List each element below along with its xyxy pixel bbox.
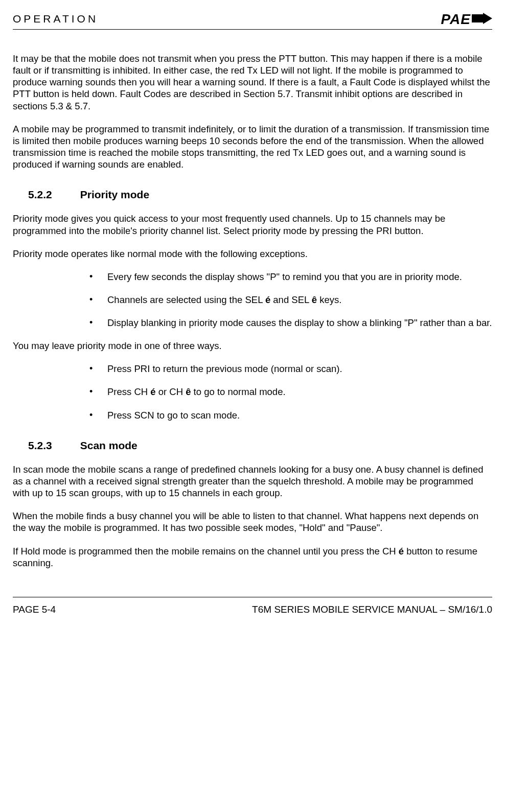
- list-text: and SEL: [270, 294, 312, 305]
- list-text: Channels are selected using the SEL: [107, 294, 265, 305]
- footer-page-number: PAGE 5-4: [13, 604, 56, 616]
- down-arrow-icon: ê: [312, 294, 317, 305]
- list-item: Press PRI to return the previous mode (n…: [89, 363, 492, 375]
- section-title: Scan mode: [80, 439, 137, 451]
- header-title: OPERATION: [13, 12, 98, 26]
- list-text: Press SCN to go to scan mode.: [107, 410, 240, 421]
- up-arrow-icon: é: [265, 294, 270, 305]
- up-arrow-icon: é: [150, 386, 155, 397]
- section-number: 5.2.2: [28, 188, 52, 201]
- body-paragraph: It may be that the mobile does not trans…: [13, 53, 492, 112]
- list-text: Every few seconds the display shows "P" …: [107, 271, 462, 282]
- body-paragraph: In scan mode the mobile scans a range of…: [13, 463, 492, 499]
- logo-arrow-icon: [472, 10, 492, 28]
- list-item: Press CH é or CH ê to go to normal mode.: [89, 386, 492, 398]
- list-text: Press PRI to return the previous mode (n…: [107, 363, 342, 374]
- page-header: OPERATION PAE: [13, 10, 492, 30]
- body-paragraph: If Hold mode is programmed then the mobi…: [13, 545, 492, 569]
- logo: PAE: [441, 10, 493, 28]
- body-paragraph: When the mobile finds a busy channel you…: [13, 510, 492, 533]
- logo-text: PAE: [441, 10, 471, 28]
- list-item: Display blanking in priority mode causes…: [89, 317, 492, 329]
- list-text: to go to normal mode.: [191, 386, 285, 397]
- list-text: keys.: [317, 294, 341, 305]
- body-paragraph: You may leave priority mode in one of th…: [13, 340, 492, 352]
- section-title: Priority mode: [80, 189, 149, 200]
- section-number: 5.2.3: [28, 439, 52, 452]
- page-footer: PAGE 5-4 T6M SERIES MOBILE SERVICE MANUA…: [13, 597, 492, 616]
- body-paragraph: Priority mode operates like normal mode …: [13, 248, 492, 260]
- section-heading-522: 5.2.2Priority mode: [13, 188, 492, 201]
- list-text: or CH: [156, 386, 186, 397]
- down-arrow-icon: ê: [186, 386, 191, 397]
- list-text: Press CH: [107, 386, 150, 397]
- footer-manual-id: T6M SERIES MOBILE SERVICE MANUAL – SM/16…: [252, 604, 492, 616]
- list-text: Display blanking in priority mode causes…: [107, 317, 492, 328]
- bullet-list: Every few seconds the display shows "P" …: [89, 271, 492, 329]
- list-item: Press SCN to go to scan mode.: [89, 409, 492, 421]
- body-paragraph: Priority mode gives you quick access to …: [13, 213, 492, 236]
- up-arrow-icon: é: [399, 546, 404, 556]
- list-item: Every few seconds the display shows "P" …: [89, 271, 492, 283]
- bullet-list: Press PRI to return the previous mode (n…: [89, 363, 492, 421]
- list-item: Channels are selected using the SEL é an…: [89, 294, 492, 306]
- section-heading-523: 5.2.3Scan mode: [13, 439, 492, 452]
- body-text: If Hold mode is programmed then the mobi…: [13, 546, 399, 556]
- body-paragraph: A mobile may be programmed to transmit i…: [13, 123, 492, 171]
